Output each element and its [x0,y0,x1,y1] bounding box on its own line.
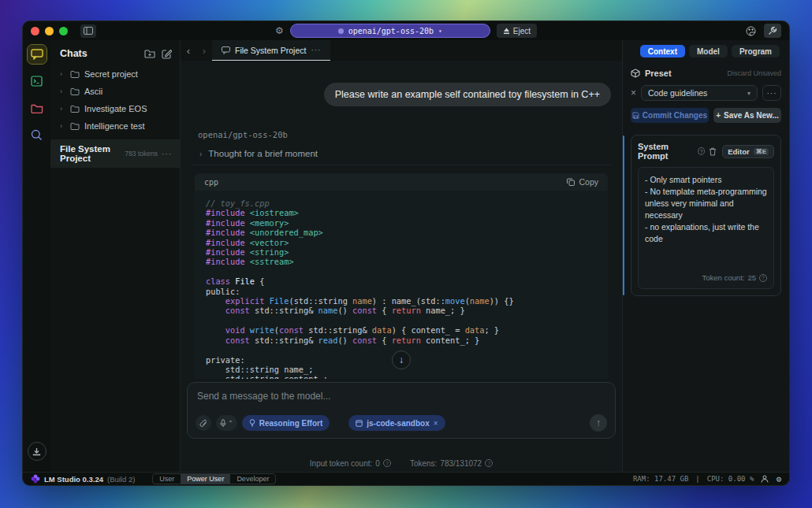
help-icon[interactable]: ? [759,274,767,282]
tab-context[interactable]: Context [640,45,685,57]
code-line: const std::string& name() const { return… [206,306,608,315]
sidebar-toggle-icon[interactable] [80,24,96,38]
sidebar-folder-intelligence-test[interactable]: › Intelligence test [50,117,180,135]
chat-token-count: 783 tokens [125,150,158,158]
sidebar-chat-file-system-project[interactable]: File System Project 783 tokens ··· [50,139,180,168]
mode-user[interactable]: User [153,474,181,484]
thought-expander[interactable]: › Thought for a brief moment [192,149,611,165]
user-account-icon[interactable] [761,475,769,483]
code-line: void write(const std::string& data) { co… [206,325,608,335]
tokens-label: Tokens: [410,459,437,468]
arrow-down-icon: ↓ [399,354,404,365]
mode-power-user[interactable]: Power User [181,474,230,484]
model-settings-gear-icon[interactable]: ⚙ [275,25,284,36]
save-icon [632,112,639,119]
chevron-right-icon: › [60,70,65,78]
tab-program[interactable]: Program [732,45,780,57]
tab-menu-icon[interactable]: ··· [311,46,321,54]
copy-icon [567,178,575,186]
discard-unsaved-link[interactable]: Discard Unsaved [727,69,781,77]
help-icon[interactable]: ? [698,147,705,155]
theme-palette-icon[interactable] [742,24,759,38]
tokens-value: 783/131072 [440,459,482,468]
wrench-icon[interactable] [764,24,781,38]
new-chat-icon[interactable] [162,49,172,59]
code-line: // toy_fs.cpp [206,198,608,208]
send-message-button[interactable]: ↑ [590,414,607,432]
code-line: #include <memory> [206,218,608,228]
js-code-sandbox-pill[interactable]: js-code-sandbox × [348,415,445,431]
paperclip-icon [199,419,207,428]
folder-label: Intelligence test [84,121,144,131]
eject-button[interactable]: Eject [497,24,537,38]
commit-changes-button[interactable]: Commit Changes [631,108,709,123]
code-line: #include <iostream> [206,208,608,217]
system-prompt-title: System Prompt [638,142,694,161]
code-line [206,316,608,325]
my-models-folder-icon[interactable] [28,98,47,117]
chevron-down-icon: ▾ [747,90,751,97]
preset-menu-icon[interactable]: ··· [762,85,781,101]
system-prompt-editor[interactable]: - Only smart pointers - No template meta… [638,167,774,289]
preset-title: Preset [645,69,672,78]
trash-icon[interactable] [709,147,717,156]
open-editor-button[interactable]: Editor ⌘E [722,145,774,158]
code-line: std::string content_; [206,374,608,379]
thought-label: Thought for a brief moment [208,149,318,158]
sidebar-folder-secret-project[interactable]: › Secret project [50,65,180,83]
remove-plugin-icon[interactable]: × [434,419,438,428]
reasoning-effort-pill[interactable]: Reasoning Effort [242,415,330,431]
mode-developer[interactable]: Developer [230,474,275,484]
tab-file-system-project[interactable]: File System Project ··· [212,40,330,61]
lightbulb-icon [249,419,255,427]
nav-back-icon[interactable]: ‹ [181,40,196,61]
chat-message-area[interactable]: Please write an example self contained t… [181,61,622,379]
code-line [206,267,608,276]
input-token-label: Input token count: [310,459,373,468]
copy-code-button[interactable]: Copy [567,177,598,187]
downloads-icon[interactable] [28,442,47,461]
clear-preset-icon[interactable]: × [631,87,636,98]
chats-sidebar: Chats › Secret project › Ascii [50,40,181,472]
folder-icon [70,105,80,113]
response-model-label: openai/gpt-oss-20b [192,130,611,139]
tab-label: File System Project [235,46,306,55]
minimize-window-button[interactable] [45,27,54,35]
settings-gear-icon[interactable]: ⚙ [776,474,781,484]
close-window-button[interactable] [31,27,39,35]
discover-search-icon[interactable] [28,125,47,144]
chats-nav-icon[interactable] [28,45,47,64]
save-as-new-button[interactable]: + Save As New... [713,108,781,123]
help-icon[interactable]: ? [383,459,391,467]
nav-forward-icon[interactable]: › [196,40,212,61]
lm-studio-window: ⚙ openai/gpt-oss-20b ▾ Eject [22,20,790,486]
left-icon-rail [23,40,50,472]
user-message-bubble: Please write an example self contained t… [324,83,611,106]
folder-label: Investigate EOS [84,104,147,113]
model-selector[interactable]: openai/gpt-oss-20b ▾ [290,24,490,38]
sidebar-folder-ascii[interactable]: › Ascii [50,83,180,100]
eject-icon [503,28,510,35]
attach-file-button[interactable] [196,415,211,431]
model-status-dot [338,28,344,34]
voice-input-button[interactable]: ⌃ [216,415,237,431]
message-input[interactable] [197,391,483,402]
help-icon[interactable]: ? [485,459,493,467]
preset-select[interactable]: Code guidelines ▾ [641,85,758,101]
folder-label: Ascii [84,87,102,96]
scroll-to-bottom-button[interactable]: ↓ [392,350,411,369]
folder-icon [70,87,80,95]
chat-menu-icon[interactable]: ··· [162,150,172,158]
developer-terminal-icon[interactable] [28,72,47,91]
code-line: const std::string& read() const { return… [206,336,608,345]
new-folder-icon[interactable] [144,49,155,59]
tab-model[interactable]: Model [689,45,728,57]
shortcut-badge: ⌘E [754,148,769,155]
chat-bubble-icon [222,46,230,54]
zoom-window-button[interactable] [59,27,68,35]
code-line: explicit File(std::string name) : name_(… [206,296,608,306]
model-name: openai/gpt-oss-20b [348,27,434,35]
sidebar-folder-investigate-eos[interactable]: › Investigate EOS [50,100,180,117]
build-label: (Build 2) [107,475,135,484]
titlebar: ⚙ openai/gpt-oss-20b ▾ Eject [23,21,789,40]
